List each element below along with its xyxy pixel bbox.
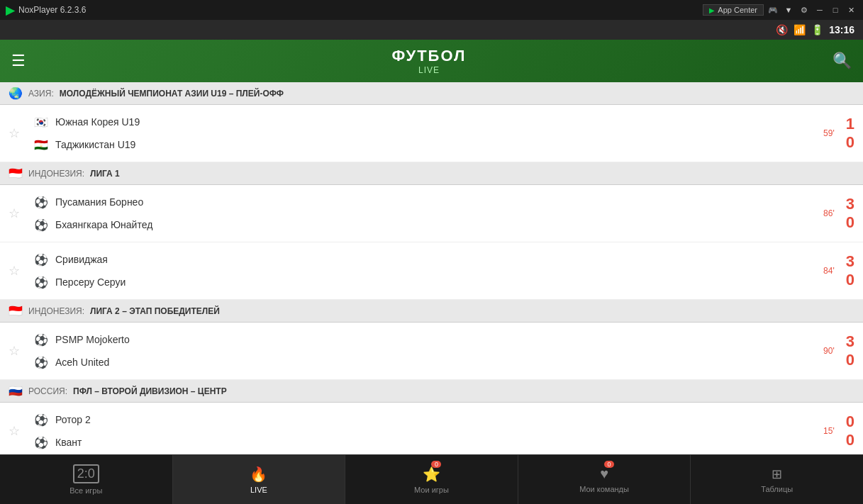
favorite-star[interactable]: ☆ (9, 206, 30, 221)
team1-row: ⚽ Пусамания Борнео (33, 191, 809, 213)
match-time: 59' (823, 128, 835, 138)
match-row[interactable]: ☆ ⚽ Пусамания Борнео ⚽ Бхаянгкара Юнайте… (0, 185, 863, 242)
page-subtitle: LIVE (392, 65, 467, 75)
toolbar-icon-1[interactable]: 🎮 (767, 4, 779, 16)
match-row[interactable]: ☆ ⚽ PSMP Mojokerto ⚽ Aceh United 90' 3 0 (0, 323, 863, 380)
bottom-nav: 2:0 Все игры 🔥 LIVE ⭐ 0 Мои игры ♥ 0 Мои… (0, 454, 863, 504)
my-teams-icon: ♥ (600, 466, 608, 482)
favorite-star[interactable]: ☆ (9, 263, 30, 279)
team1-logo: ⚽ (33, 411, 50, 428)
nav-label-my-games: Мои игры (414, 486, 449, 494)
score2: 0 (846, 133, 854, 152)
my-games-icon: ⭐ (423, 466, 440, 483)
favorite-star[interactable]: ☆ (9, 423, 30, 439)
live-icon: 🔥 (250, 466, 267, 483)
score2: 0 (846, 351, 854, 369)
app-center-label: App Center (718, 6, 757, 14)
matches-content: 🌏 АЗИЯ: МОЛОДЁЖНЫЙ ЧЕМПИОНАТ АЗИИ U19 – … (0, 82, 863, 454)
nav-item-my-teams[interactable]: ♥ 0 Мои команды (518, 455, 691, 504)
nav-item-tables[interactable]: ⊞ Таблицы (691, 455, 863, 504)
score2: 0 (846, 431, 854, 449)
match-time: 90' (823, 346, 835, 356)
team1-row: ⚽ Сривиджая (33, 248, 809, 271)
team2-logo: 🇹🇯 (33, 136, 50, 153)
nav-label-live: LIVE (250, 486, 267, 494)
nav-item-all-games[interactable]: 2:0 Все игры (0, 455, 173, 504)
league-header-indonesia2: 🇮🇩 ИНДОНЕЗИЯ: ЛИГА 2 – ЭТАП ПОБЕДИТЕЛЕЙ (0, 300, 863, 323)
tables-icon: ⊞ (772, 466, 782, 482)
nav-badge-my-teams: 0 (604, 461, 614, 468)
team2-logo: ⚽ (33, 274, 50, 291)
match-scores: 1 0 (846, 115, 854, 152)
score2: 0 (846, 213, 854, 232)
league-name: ЛИГА 1 (90, 169, 120, 179)
league-flag: 🇮🇩 (9, 167, 23, 180)
nav-badge-my-games: 0 (431, 461, 441, 468)
match-teams: ⚽ PSMP Mojokerto ⚽ Aceh United (30, 323, 812, 379)
match-teams: ⚽ Сривиджая ⚽ Персеру Серуи (30, 242, 812, 299)
nav-item-live[interactable]: 🔥 LIVE (173, 455, 346, 504)
team1-name: Южная Корея U19 (55, 116, 140, 128)
team1-logo: ⚽ (33, 331, 50, 348)
team2-name: Персеру Серуи (55, 276, 126, 288)
favorite-star[interactable]: ☆ (9, 125, 30, 141)
team2-name: Квант (55, 437, 82, 448)
nav-label-tables: Таблицы (761, 485, 793, 493)
match-time: 86' (823, 208, 835, 218)
score1: 3 (846, 252, 854, 271)
league-name: МОЛОДЁЖНЫЙ ЧЕМПИОНАТ АЗИИ U19 – ПЛЕЙ-ОФФ (60, 89, 284, 99)
team2-row: ⚽ Квант (33, 431, 809, 454)
team1-name: Ротор 2 (55, 414, 91, 425)
toolbar-icon-3[interactable]: ⚙ (798, 4, 811, 16)
favorite-star[interactable]: ☆ (9, 343, 30, 359)
team2-row: 🇹🇯 Таджикистан U19 (33, 133, 809, 156)
league-header-asia: 🌏 АЗИЯ: МОЛОДЁЖНЫЙ ЧЕМПИОНАТ АЗИИ U19 – … (0, 82, 863, 105)
search-button[interactable]: 🔍 (833, 52, 852, 70)
league-flag: 🌏 (9, 86, 23, 100)
page-title: ФУТБОЛ (392, 47, 467, 65)
team1-row: ⚽ Ротор 2 (33, 408, 809, 431)
score1: 0 (846, 413, 854, 431)
team1-logo: ⚽ (33, 194, 50, 211)
app-center-button[interactable]: ▶ App Center (703, 4, 764, 16)
league-name: ПФЛ – ВТОРОЙ ДИВИЗИОН – ЦЕНТР (73, 386, 227, 396)
close-button[interactable]: ✕ (845, 4, 857, 16)
team1-logo: ⚽ (33, 251, 50, 268)
team2-row: ⚽ Персеру Серуи (33, 271, 809, 293)
status-time: 13:16 (829, 24, 854, 35)
league-country: ИНДОНЕЗИЯ: (28, 169, 84, 179)
league-flag: 🇷🇺 (9, 384, 23, 398)
match-teams: ⚽ Пусамания Борнео ⚽ Бхаянгкара Юнайтед (30, 185, 812, 242)
league-country: РОССИЯ: (28, 386, 67, 396)
score1: 3 (846, 195, 854, 213)
team2-logo: ⚽ (33, 434, 50, 451)
match-scores: 3 0 (846, 252, 854, 290)
league-header-indonesia1: 🇮🇩 ИНДОНЕЗИЯ: ЛИГА 1 (0, 162, 863, 185)
team2-row: ⚽ Бхаянгкара Юнайтед (33, 213, 809, 236)
team1-name: Сривиджая (55, 254, 108, 265)
menu-button[interactable]: ☰ (11, 52, 26, 70)
score1: 3 (846, 332, 854, 351)
wifi-icon: 📶 (794, 24, 806, 35)
match-scores: 0 0 (846, 413, 854, 450)
nav-label-my-teams: Мои команды (579, 485, 629, 493)
mute-icon: 🔇 (776, 24, 788, 35)
team1-name: PSMP Mojokerto (55, 334, 130, 345)
match-row[interactable]: ☆ 🇰🇷 Южная Корея U19 🇹🇯 Таджикистан U19 … (0, 105, 863, 162)
play-icon: ▶ (709, 6, 715, 14)
team2-name: Бхаянгкара Юнайтед (55, 219, 152, 230)
match-scores: 3 0 (846, 332, 854, 370)
restore-button[interactable]: □ (829, 4, 842, 16)
battery-icon: 🔋 (811, 24, 823, 35)
minimize-button[interactable]: ─ (813, 4, 826, 16)
team2-name: Таджикистан U19 (55, 139, 135, 150)
league-name: ЛИГА 2 – ЭТАП ПОБЕДИТЕЛЕЙ (90, 306, 220, 316)
header-title-block: ФУТБОЛ LIVE (392, 47, 467, 75)
nav-label-all-games: Все игры (69, 486, 102, 495)
nav-item-my-games[interactable]: ⭐ 0 Мои игры (345, 455, 518, 504)
team1-logo: 🇰🇷 (33, 113, 50, 130)
match-row[interactable]: ☆ ⚽ Ротор 2 ⚽ Квант 15' 0 0 (0, 403, 863, 454)
match-row[interactable]: ☆ ⚽ Сривиджая ⚽ Персеру Серуи 84' 3 0 (0, 242, 863, 300)
title-bar-left: ▶ NoxPlayer 6.2.3.6 (6, 4, 86, 17)
toolbar-icon-2[interactable]: ▼ (782, 4, 795, 16)
